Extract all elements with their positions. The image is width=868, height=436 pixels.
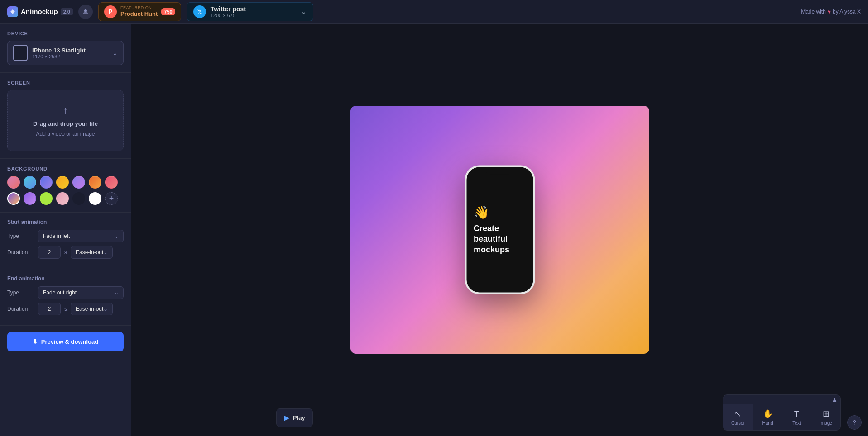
device-section: Device iPhone 13 Starlight 1170 × 2532 ⌄ <box>0 24 131 73</box>
sidebar: Device iPhone 13 Starlight 1170 × 2532 ⌄… <box>0 24 131 436</box>
tool-panel: ▲ ↖ Cursor ✋ Hand T Text ⊞ Image <box>723 394 841 431</box>
canvas-area: 👋 Create beautiful mockups ▶ Play ▲ <box>131 24 868 436</box>
play-bar[interactable]: ▶ Play <box>276 408 313 427</box>
help-icon: ? <box>853 419 856 426</box>
twitter-title: Twitter post <box>211 5 246 13</box>
end-ease-select[interactable]: Ease-in-out ⌄ <box>71 303 113 315</box>
cursor-tool-button[interactable]: ↖ Cursor <box>723 404 753 430</box>
end-type-label: Type <box>7 289 34 296</box>
end-duration-input[interactable] <box>38 303 61 315</box>
screen-drop-zone[interactable]: ↑ Drag and drop your file Add a video or… <box>7 90 124 151</box>
end-animation-label: End animation <box>7 275 124 282</box>
color-swatch-12[interactable] <box>72 192 85 205</box>
play-label: Play <box>293 414 305 421</box>
start-duration-input[interactable] <box>38 246 61 259</box>
text-tool-button[interactable]: T Text <box>782 404 811 430</box>
cursor-label: Cursor <box>731 421 745 426</box>
upload-icon: ↑ <box>63 104 68 117</box>
image-icon: ⊞ <box>823 409 830 419</box>
ph-featured-label: FEATURED ON <box>120 5 158 10</box>
image-label: Image <box>820 421 832 426</box>
twitter-chevron-icon: ⌄ <box>301 7 307 16</box>
end-type-chevron-icon: ⌄ <box>114 289 119 296</box>
color-swatch-2[interactable] <box>24 176 36 189</box>
device-chevron-icon: ⌄ <box>112 49 118 57</box>
color-swatch-5[interactable] <box>72 176 85 189</box>
hand-icon: ✋ <box>763 409 773 419</box>
ph-text: FEATURED ON Product Hunt <box>120 5 158 17</box>
start-ease-chevron-icon: ⌄ <box>103 249 108 256</box>
phone-wave-emoji: 👋 <box>474 204 489 219</box>
download-icon: ⬇ <box>33 338 38 345</box>
twitter-text: Twitter post 1200 × 675 <box>211 5 246 18</box>
image-tool-button[interactable]: ⊞ Image <box>811 404 840 430</box>
app-name: Animockup <box>21 8 58 15</box>
tools-expand-icon[interactable]: ▲ <box>831 396 838 403</box>
avatar-button[interactable] <box>78 5 93 19</box>
start-ease-select[interactable]: Ease-in-out ⌄ <box>71 246 113 259</box>
product-hunt-badge[interactable]: P FEATURED ON Product Hunt 750 <box>98 2 181 21</box>
logo-icon <box>7 6 18 17</box>
text-icon: T <box>794 409 799 419</box>
device-info: iPhone 13 Starlight 1170 × 2532 <box>32 47 108 59</box>
end-animation-section: End animation Type Fade out right ⌄ Dura… <box>0 269 131 326</box>
color-swatch-11[interactable] <box>56 192 69 205</box>
color-swatch-9[interactable] <box>24 192 36 205</box>
start-type-select[interactable]: Fade in left ⌄ <box>38 230 124 242</box>
color-swatch-7[interactable] <box>105 176 118 189</box>
made-with: Made with ♥ by Alyssa X <box>801 9 861 15</box>
play-icon: ▶ <box>284 413 289 422</box>
color-swatch-3[interactable] <box>40 176 53 189</box>
text-label: Text <box>792 421 801 426</box>
phone-outer: 👋 Create beautiful mockups <box>465 166 535 294</box>
drop-sub-text: Add a video or an image <box>36 131 95 137</box>
start-animation-section: Start animation Type Fade in left ⌄ Dura… <box>0 213 131 269</box>
end-ease-chevron-icon: ⌄ <box>103 306 108 312</box>
start-type-row: Type Fade in left ⌄ <box>7 230 124 242</box>
preview-btn-label: Preview & download <box>41 338 98 345</box>
twitter-badge[interactable]: 𝕏 Twitter post 1200 × 675 ⌄ <box>187 2 313 21</box>
tools-row: ↖ Cursor ✋ Hand T Text ⊞ Image <box>723 404 840 430</box>
topbar: Animockup 2.0 P FEATURED ON Product Hunt… <box>0 0 868 24</box>
start-type-label: Type <box>7 233 34 239</box>
ph-count: 750 <box>161 8 175 15</box>
color-swatch-1[interactable] <box>7 176 20 189</box>
end-duration-inputs: s Ease-in-out ⌄ <box>38 303 113 315</box>
logo: Animockup 2.0 <box>7 6 73 17</box>
device-icon <box>13 45 28 61</box>
hand-label: Hand <box>762 421 773 426</box>
background-section: Background + <box>0 159 131 213</box>
end-type-row: Type Fade out right ⌄ <box>7 286 124 299</box>
screen-label: Screen <box>7 80 124 85</box>
device-name: iPhone 13 Starlight <box>32 47 108 54</box>
ph-logo-icon: P <box>104 5 117 18</box>
device-label: Device <box>7 31 124 36</box>
mockup-frame: 👋 Create beautiful mockups <box>350 106 649 354</box>
heart-icon: ♥ <box>828 9 831 15</box>
end-duration-label: Duration <box>7 306 34 312</box>
end-duration-row: Duration s Ease-in-out ⌄ <box>7 303 124 315</box>
device-resolution: 1170 × 2532 <box>32 54 108 59</box>
preview-download-button[interactable]: ⬇ Preview & download <box>7 332 124 351</box>
start-duration-row: Duration s Ease-in-out ⌄ <box>7 246 124 259</box>
color-swatch-8[interactable] <box>7 192 20 205</box>
color-swatch-4[interactable] <box>56 176 69 189</box>
phone-text: Create beautiful mockups <box>474 223 509 255</box>
color-swatch-6[interactable] <box>89 176 101 189</box>
end-duration-unit: s <box>64 306 67 312</box>
start-duration-label: Duration <box>7 249 34 256</box>
hand-tool-button[interactable]: ✋ Hand <box>753 404 782 430</box>
color-swatch-13[interactable] <box>89 192 101 205</box>
phone-notch <box>486 171 513 175</box>
version-badge: 2.0 <box>61 8 73 15</box>
help-button[interactable]: ? <box>847 415 862 430</box>
main-content: Device iPhone 13 Starlight 1170 × 2532 ⌄… <box>0 24 868 436</box>
drop-main-text: Drag and drop your file <box>33 120 98 127</box>
twitter-size: 1200 × 675 <box>211 13 246 18</box>
screen-section: Screen ↑ Drag and drop your file Add a v… <box>0 73 131 159</box>
end-type-select[interactable]: Fade out right ⌄ <box>38 286 124 299</box>
color-swatch-10[interactable] <box>40 192 53 205</box>
start-type-chevron-icon: ⌄ <box>114 233 119 239</box>
device-selector[interactable]: iPhone 13 Starlight 1170 × 2532 ⌄ <box>7 41 124 65</box>
add-color-button[interactable]: + <box>105 192 118 205</box>
